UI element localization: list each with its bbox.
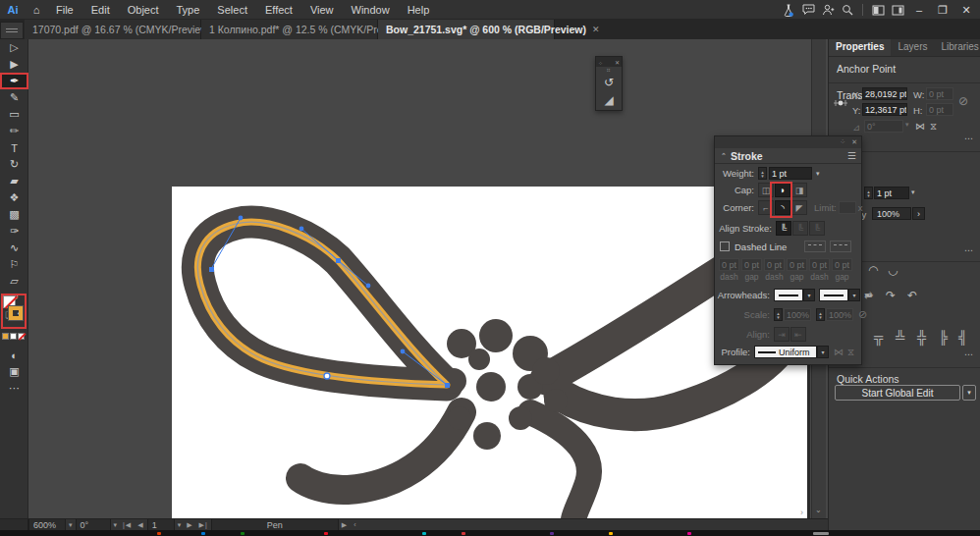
eyedropper-tool[interactable]: ✑ bbox=[0, 223, 28, 240]
restore-button[interactable]: ❐ bbox=[931, 0, 954, 20]
curve-ccw-icon[interactable]: ↶ bbox=[907, 289, 917, 302]
collapse-icon[interactable]: ⁘ bbox=[840, 138, 845, 146]
minimize-button[interactable]: – bbox=[907, 0, 931, 20]
menu-effect[interactable]: Effect bbox=[256, 0, 301, 20]
last-artboard-icon[interactable]: ▶| bbox=[196, 521, 211, 529]
artboard-number-field[interactable]: 1 bbox=[147, 519, 175, 531]
profile-dropdown-icon[interactable]: ▾ bbox=[817, 346, 829, 358]
weight-stepper[interactable]: ▴▾ bbox=[758, 167, 767, 180]
opacity-field[interactable]: 100% bbox=[872, 207, 911, 220]
panel-menu-icon[interactable]: ☰ bbox=[847, 150, 856, 161]
dock-stub[interactable] bbox=[0, 22, 24, 39]
search-icon[interactable] bbox=[838, 1, 857, 19]
direct-selection-tool[interactable]: ▶ bbox=[0, 56, 28, 73]
rotate-tool[interactable]: ↻ bbox=[0, 156, 28, 173]
menu-type[interactable]: Type bbox=[168, 0, 209, 20]
menu-file[interactable]: File bbox=[47, 0, 82, 20]
menu-select[interactable]: Select bbox=[208, 0, 256, 20]
bevel-join-button[interactable]: ◤ bbox=[791, 200, 807, 215]
beaker-icon[interactable] bbox=[779, 1, 798, 19]
dash-preset-2-button[interactable] bbox=[830, 241, 851, 252]
align-icon-5[interactable]: ╣ bbox=[958, 330, 967, 345]
align-outside-button[interactable]: ╚ bbox=[809, 221, 825, 236]
rotation-field[interactable]: 0° bbox=[76, 519, 111, 531]
drag-grip-icon[interactable]: ⠶ bbox=[596, 67, 622, 74]
tab-layers[interactable]: Layers bbox=[891, 39, 934, 56]
screen-mode-icon[interactable]: ▣ bbox=[0, 363, 28, 380]
align-center-button[interactable]: ╚ bbox=[776, 221, 791, 236]
pen-tool[interactable]: ✒ bbox=[0, 73, 28, 89]
smooth-anchor-icon[interactable]: ◡ bbox=[888, 263, 898, 277]
link-dimensions-icon[interactable]: ⊘ bbox=[958, 94, 968, 108]
stroke-weight-stepper[interactable]: ▴▾ bbox=[864, 187, 873, 199]
panel-grip-icon[interactable]: ⁘ bbox=[598, 59, 603, 66]
swap-arrowheads-icon[interactable]: ⇄ bbox=[864, 290, 872, 300]
color-mode-buttons[interactable] bbox=[2, 333, 25, 340]
zoom-dropdown-icon[interactable]: ▾ bbox=[66, 521, 76, 529]
tab-document-2[interactable]: 1 Колпино.pdf* @ 12.5 % (CMYK/Preview) ✕ bbox=[201, 20, 378, 39]
align-icon-4[interactable]: ╠ bbox=[939, 330, 948, 345]
more-options-icon[interactable]: ⋯ bbox=[964, 134, 974, 143]
stroke-panel-titlebar[interactable]: ⁘ ✕ bbox=[715, 136, 861, 148]
floating-mini-panel[interactable]: ⁘ ✕ ⠶ ↺ ◢ bbox=[595, 56, 623, 111]
menu-view[interactable]: View bbox=[301, 0, 343, 20]
arrowhead-end-select[interactable] bbox=[819, 289, 848, 301]
next-artboard-icon[interactable]: ▶ bbox=[184, 521, 195, 529]
tab-document-1[interactable]: 17070.pdf @ 16.67 % (CMYK/Preview) ✕ bbox=[25, 20, 201, 39]
x-value-field[interactable]: 28,0192 pt bbox=[862, 87, 907, 100]
shape-builder-tool[interactable]: ❖ bbox=[0, 189, 28, 206]
y-value-field[interactable]: 12,3617 pt bbox=[862, 103, 907, 116]
rotate-view-icon[interactable]: ↺ bbox=[596, 74, 622, 91]
menu-window[interactable]: Window bbox=[343, 0, 399, 20]
global-edit-dropdown-icon[interactable]: ▾ bbox=[962, 385, 976, 401]
color-fill-icon[interactable] bbox=[2, 333, 9, 340]
tab-close-icon[interactable]: ✕ bbox=[592, 25, 600, 34]
arrange-documents-icon[interactable] bbox=[868, 1, 888, 19]
type-tool[interactable]: T bbox=[0, 139, 28, 156]
workspace-icon[interactable] bbox=[888, 1, 907, 19]
butt-cap-button[interactable]: ◫ bbox=[758, 183, 774, 197]
dash-preset-1-button[interactable] bbox=[804, 241, 826, 252]
stroke-panel-close-icon[interactable]: ✕ bbox=[851, 138, 857, 146]
menu-help[interactable]: Help bbox=[399, 0, 439, 20]
align-icon-1[interactable]: ╦ bbox=[874, 330, 883, 345]
rotation-dropdown-icon[interactable]: ▾ bbox=[111, 521, 121, 529]
profile-select[interactable]: Uniform bbox=[754, 346, 817, 358]
eraser-tool[interactable]: ▰ bbox=[0, 173, 28, 189]
home-icon[interactable]: ⌂ bbox=[26, 4, 47, 16]
status-back-icon[interactable]: ‹ bbox=[351, 521, 359, 528]
none-fill-icon[interactable] bbox=[18, 333, 25, 340]
status-arrow-icon[interactable]: ▶ bbox=[339, 521, 351, 529]
fill-stroke-swatches[interactable] bbox=[1, 294, 27, 333]
miter-join-button[interactable]: ⌐ bbox=[758, 200, 774, 215]
canvas-area[interactable]: ⌄ › ⁘ ✕ ⠶ ↺ ◢ bbox=[28, 39, 828, 518]
curve-cw-icon[interactable]: ↷ bbox=[886, 289, 896, 302]
artboard-dropdown-icon[interactable]: ▾ bbox=[175, 521, 185, 529]
more-tools-icon[interactable]: ⋯ bbox=[0, 380, 28, 397]
stroke-panel-tab[interactable]: ⌃ Stroke bbox=[715, 148, 861, 164]
scroll-down-icon[interactable]: ⌄ bbox=[815, 506, 822, 514]
corner-anchor-icon[interactable]: ◠ bbox=[868, 263, 878, 277]
weight-dropdown-icon[interactable]: ▾ bbox=[816, 170, 820, 178]
close-button[interactable]: ✕ bbox=[954, 0, 978, 20]
more-options-icon[interactable]: ⋯ bbox=[964, 349, 974, 359]
align-icon-3[interactable]: ╬ bbox=[917, 330, 926, 345]
tab-properties[interactable]: Properties bbox=[829, 39, 891, 56]
more-options-icon[interactable]: ⋯ bbox=[964, 245, 974, 255]
gradient-tool[interactable]: ▩ bbox=[0, 206, 28, 223]
mini-panel-close-icon[interactable]: ✕ bbox=[615, 59, 620, 66]
prev-artboard-icon[interactable]: ◀ bbox=[135, 521, 146, 529]
invite-user-icon[interactable] bbox=[818, 1, 838, 19]
fin-shape-icon[interactable]: ◢ bbox=[596, 91, 622, 109]
tab-libraries[interactable]: Libraries bbox=[934, 39, 980, 56]
arrowhead-start-dropdown-icon[interactable]: ▾ bbox=[803, 289, 815, 301]
start-global-edit-button[interactable]: Start Global Edit bbox=[835, 385, 960, 401]
zoom-level-field[interactable]: 600% bbox=[28, 519, 66, 531]
feedback-icon[interactable] bbox=[798, 1, 818, 19]
blend-tool[interactable]: ∿ bbox=[0, 240, 28, 256]
gradient-fill-icon[interactable] bbox=[10, 333, 17, 340]
weight-field[interactable]: 1 pt bbox=[769, 167, 812, 180]
paintbrush-tool[interactable]: ✏ bbox=[0, 123, 28, 139]
flip-horizontal-icon[interactable]: ⋈ bbox=[915, 121, 925, 132]
curvature-tool[interactable]: ✎ bbox=[0, 89, 28, 106]
